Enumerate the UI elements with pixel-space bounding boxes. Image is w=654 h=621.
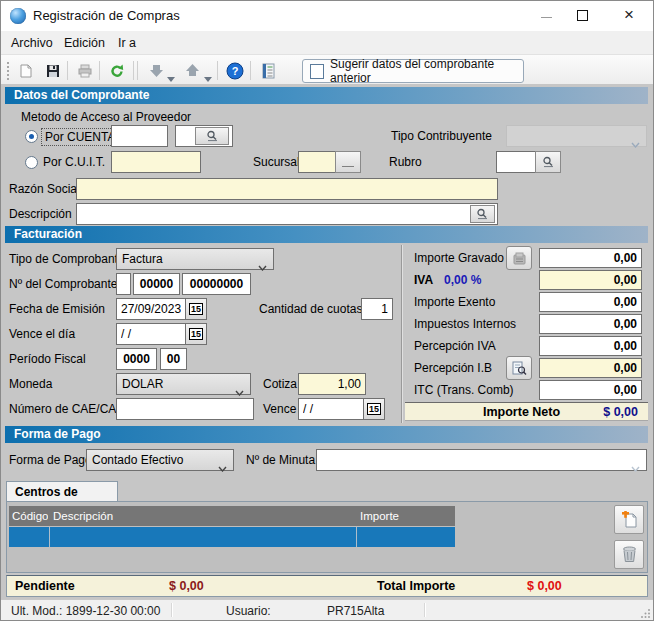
- percepcion-ib-label: Percepción I.B: [414, 361, 492, 375]
- periodo-mes-input[interactable]: [160, 348, 187, 370]
- cae-vence-input[interactable]: [298, 398, 364, 420]
- descripcion-input[interactable]: [76, 203, 498, 225]
- por-cuit-radio[interactable]: [25, 156, 38, 169]
- fecha-emision-input[interactable]: [116, 298, 186, 320]
- pendiente-label: Pendiente: [15, 579, 75, 593]
- cotiza-input[interactable]: [298, 373, 366, 395]
- grid-header-codigo[interactable]: Código: [12, 506, 48, 526]
- cae-input[interactable]: [116, 398, 254, 420]
- report-button[interactable]: [257, 59, 280, 82]
- importe-neto-label: Importe Neto: [483, 405, 560, 419]
- grid-header-descripcion[interactable]: Descripción: [53, 506, 353, 526]
- gravado-calc-button[interactable]: [506, 246, 532, 270]
- tipo-contribuyente-select[interactable]: [506, 125, 647, 147]
- move-down-dropdown-caret[interactable]: [167, 68, 175, 74]
- percepcion-iva-input[interactable]: [539, 336, 642, 356]
- importe-neto-value: $ 0,00: [603, 405, 638, 419]
- sucursal-browse-button[interactable]: [335, 151, 361, 173]
- search-icon: [206, 130, 219, 142]
- cantidad-cuotas-label: Cantidad de cuotas: [259, 302, 362, 316]
- suggest-checkbox[interactable]: [310, 64, 324, 79]
- moneda-value: DOLAR: [122, 377, 163, 391]
- tab-centros-de-costos[interactable]: Centros de Costos: [6, 481, 118, 502]
- fecha-emision-calendar-button[interactable]: 15: [185, 298, 207, 320]
- forma-pago-select[interactable]: Contado Efectivo: [86, 449, 234, 471]
- razon-social-input[interactable]: [76, 178, 498, 200]
- importe-exento-input[interactable]: [539, 292, 642, 312]
- razon-social-label: Razón Social: [9, 182, 80, 196]
- moneda-select[interactable]: DOLAR: [116, 373, 251, 395]
- cantidad-cuotas-input[interactable]: [361, 298, 393, 320]
- calendar-icon: 15: [367, 403, 381, 415]
- percepcion-ib-input[interactable]: [539, 358, 642, 378]
- status-usuario-label: Usuario:: [226, 604, 271, 618]
- percepcion-ib-lookup-button[interactable]: [506, 356, 532, 380]
- metodo-acceso-label: Metodo de Acceso al Proveedor: [21, 110, 191, 124]
- section-header-facturacion: Facturación: [5, 226, 648, 243]
- delete-row-button[interactable]: [614, 540, 644, 569]
- impuestos-internos-input[interactable]: [539, 314, 642, 334]
- search-document-icon: [511, 361, 527, 376]
- suggest-previous-voucher-toggle[interactable]: Sugerir datos del comprobante anterior: [302, 59, 524, 83]
- toolbar-separator: [250, 61, 251, 80]
- por-cuenta-radio[interactable]: [25, 130, 38, 143]
- cuit-input[interactable]: [111, 151, 201, 173]
- por-cuit-radio-label[interactable]: Por C.U.I.T.: [43, 155, 105, 169]
- calculator-icon: [512, 251, 527, 266]
- report-icon: [261, 63, 276, 79]
- vence-dia-calendar-button[interactable]: 15: [185, 323, 207, 345]
- descripcion-label: Descripción: [9, 207, 72, 221]
- iva-rate-value: 0,00 %: [444, 273, 481, 287]
- tipo-contribuyente-label: Tipo Contribuyente: [391, 129, 492, 143]
- cae-vence-calendar-button[interactable]: 15: [363, 398, 385, 420]
- print-button[interactable]: [73, 59, 96, 82]
- cotiza-label: Cotiza: [263, 377, 297, 391]
- iva-label: IVA: [414, 273, 433, 287]
- menu-edicion[interactable]: Edición: [59, 34, 110, 52]
- toolbar-grip[interactable]: [6, 61, 10, 80]
- menu-archivo[interactable]: Archivo: [6, 34, 58, 52]
- por-cuenta-radio-label[interactable]: Por CUENTA: [42, 129, 118, 145]
- search-icon: [542, 156, 555, 168]
- vence-dia-input[interactable]: [116, 323, 186, 345]
- cae-label: Número de CAE/CAI: [9, 402, 120, 416]
- resize-grip[interactable]: [641, 608, 651, 618]
- rubro-input[interactable]: [496, 151, 536, 173]
- grid-header-importe[interactable]: Importe: [360, 506, 452, 526]
- nro-sucursal-input[interactable]: [133, 273, 180, 295]
- tipo-comprobante-select[interactable]: Factura: [116, 248, 274, 270]
- minimize-icon: [541, 17, 552, 18]
- move-up-dropdown-caret[interactable]: [204, 68, 212, 74]
- minuta-combobox[interactable]: [316, 449, 647, 471]
- menu-bar: Archivo Edición Ir a: [1, 31, 653, 54]
- importe-neto-bar: Importe Neto $ 0,00: [405, 402, 648, 421]
- menu-ir-a[interactable]: Ir a: [113, 34, 141, 52]
- itc-input[interactable]: [539, 380, 642, 400]
- maximize-button[interactable]: [567, 1, 597, 31]
- save-button[interactable]: [41, 59, 64, 82]
- nro-numero-input[interactable]: [182, 273, 251, 295]
- new-document-button[interactable]: [14, 59, 37, 82]
- status-bar: Ult. Mod.: 1899-12-30 00:00 Usuario: PR7…: [1, 599, 653, 620]
- help-button[interactable]: ?: [223, 59, 246, 82]
- svg-text:?: ?: [231, 65, 238, 77]
- periodo-anio-input[interactable]: [116, 348, 157, 370]
- status-ult-mod: Ult. Mod.: 1899-12-30 00:00: [11, 604, 160, 618]
- refresh-button[interactable]: [105, 59, 128, 82]
- move-up-button[interactable]: [181, 59, 204, 82]
- sucursal-input[interactable]: [298, 151, 336, 173]
- nro-letra-input[interactable]: [116, 273, 131, 295]
- iva-input[interactable]: [539, 270, 642, 290]
- grid-selected-row[interactable]: [9, 527, 455, 547]
- importe-gravado-input[interactable]: [539, 248, 642, 268]
- close-button[interactable]: ×: [611, 1, 647, 31]
- descripcion-lookup-button[interactable]: [470, 205, 495, 223]
- cuenta-lookup-button[interactable]: [195, 127, 229, 145]
- cuenta-input[interactable]: [111, 125, 168, 147]
- minimize-button[interactable]: [533, 1, 559, 31]
- rubro-lookup-button[interactable]: [535, 151, 561, 173]
- move-down-button[interactable]: [145, 59, 168, 82]
- cell-descripcion: [53, 527, 353, 547]
- add-row-button[interactable]: [614, 505, 644, 534]
- search-icon: [476, 208, 489, 220]
